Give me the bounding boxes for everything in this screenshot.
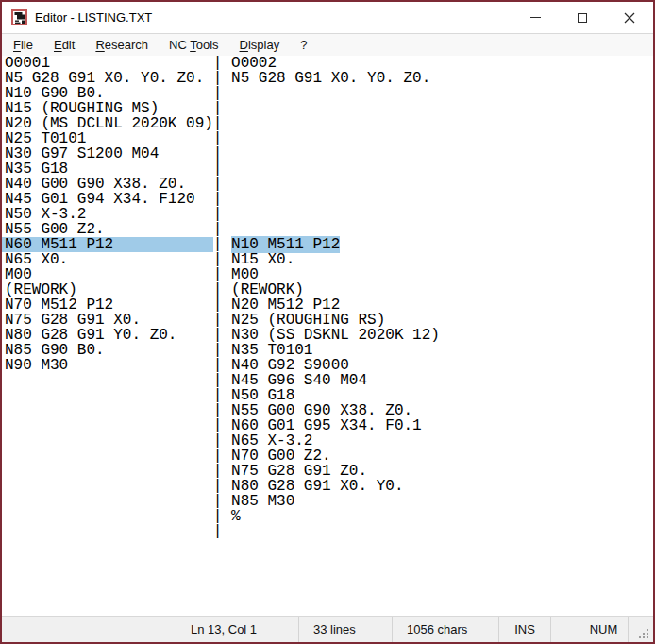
- code-line[interactable]: | N75 G28 G91 Z0.: [2, 464, 653, 479]
- window-title: Editor - LISTING.TXT: [35, 10, 152, 25]
- code-line[interactable]: | N80 G28 G91 X0. Y0.: [2, 479, 653, 494]
- menu-item-research[interactable]: Research: [85, 36, 159, 55]
- code-left-column: N80 G28 G91 Y0. Z0.: [5, 328, 213, 343]
- code-left-column: N10 G90 B0.: [5, 86, 213, 101]
- app-document-icon: [11, 9, 27, 25]
- menu-item-nc-tools[interactable]: NC Tools: [159, 36, 229, 55]
- code-left-column: N5 G28 G91 X0. Y0. Z0.: [5, 71, 213, 86]
- code-line[interactable]: N45 G01 G94 X34. F120 |: [2, 192, 653, 207]
- title-bar[interactable]: Editor - LISTING.TXT: [2, 2, 653, 34]
- code-left-column: N60 M511 P12: [5, 237, 213, 252]
- code-left-column: N75 G28 G91 X0.: [5, 313, 213, 328]
- code-line[interactable]: N25 T0101 |: [2, 131, 653, 146]
- code-left-column: N40 G00 G90 X38. Z0.: [5, 177, 213, 192]
- maximize-icon: [578, 13, 587, 23]
- code-left-column: [5, 403, 213, 418]
- code-line[interactable]: N30 G97 S1200 M04 |: [2, 146, 653, 161]
- code-left-column: [5, 449, 213, 464]
- code-right-column: N5 G28 G91 X0. Y0. Z0.: [231, 70, 430, 87]
- menu-item-edit[interactable]: Edit: [43, 36, 85, 55]
- code-left-column: N55 G00 Z2.: [5, 222, 213, 237]
- code-line[interactable]: N90 M30 | N40 G92 S9000: [2, 358, 653, 373]
- status-cursor-position: Ln 13, Col 1: [176, 617, 298, 642]
- code-left-column: [5, 479, 213, 494]
- code-line[interactable]: | N55 G00 G90 X38. Z0.: [2, 403, 653, 418]
- code-left-column: (REWORK): [5, 282, 213, 297]
- status-insert-mode: INS: [498, 617, 550, 642]
- resize-grip[interactable]: [628, 617, 653, 642]
- close-button[interactable]: [606, 2, 653, 33]
- status-numlock: NUM: [579, 617, 628, 642]
- code-left-column: N25 T0101: [5, 131, 213, 146]
- window-controls: [512, 2, 653, 33]
- close-icon: [624, 12, 635, 24]
- code-left-column: N50 X-3.2: [5, 207, 213, 222]
- code-line[interactable]: | N45 G96 S40 M04: [2, 373, 653, 388]
- code-line[interactable]: | N70 G00 Z2.: [2, 449, 653, 464]
- maximize-button[interactable]: [559, 2, 606, 33]
- menu-bar: FileEditResearchNC ToolsDisplay?: [2, 34, 653, 56]
- code-line[interactable]: N40 G00 G90 X38. Z0. |: [2, 177, 653, 192]
- code-left-column: [5, 524, 213, 539]
- code-left-column: N65 X0.: [5, 252, 213, 267]
- code-line[interactable]: N35 G18 |: [2, 161, 653, 177]
- editor-text-area[interactable]: O0001 | O0002N5 G28 G91 X0. Y0. Z0. | N5…: [2, 56, 653, 616]
- code-line[interactable]: N10 G90 B0. |: [2, 86, 653, 101]
- code-line[interactable]: N55 G00 Z2. |: [2, 222, 653, 237]
- code-line[interactable]: | %: [2, 509, 653, 524]
- code-left-column: [5, 388, 213, 403]
- code-left-column: N20 (MS DCLNL 2020K 09): [5, 116, 213, 131]
- code-line[interactable]: | N50 G18: [2, 388, 653, 403]
- code-line[interactable]: N50 X-3.2 |: [2, 207, 653, 222]
- code-left-column: [5, 509, 213, 524]
- code-line[interactable]: N15 (ROUGHING MS) |: [2, 101, 653, 116]
- code-left-column: N45 G01 G94 X34. F120: [5, 192, 213, 207]
- code-left-column: N85 G90 B0.: [5, 343, 213, 358]
- code-left-column: N90 M30: [5, 358, 213, 373]
- code-left-column: [5, 418, 213, 433]
- code-line[interactable]: N75 G28 G91 X0. | N25 (ROUGHING RS): [2, 313, 653, 328]
- code-line[interactable]: | N85 M30: [2, 494, 653, 509]
- column-separator: |: [213, 523, 223, 540]
- minimize-icon: [530, 17, 541, 18]
- status-bar: Ln 13, Col 1 33 lines 1056 chars INS NUM: [2, 616, 653, 642]
- code-left-column: N35 G18: [5, 161, 213, 177]
- menu-item-file[interactable]: File: [3, 36, 43, 55]
- code-right-column: %: [231, 508, 241, 525]
- status-spacer: [2, 617, 176, 642]
- code-left-column: N15 (ROUGHING MS): [5, 101, 213, 116]
- code-line[interactable]: N70 M512 P12 | N20 M512 P12: [2, 297, 653, 313]
- code-line[interactable]: O0001 | O0002: [2, 56, 653, 71]
- code-line[interactable]: | N65 X-3.2: [2, 433, 653, 449]
- code-left-column: [5, 433, 213, 449]
- code-left-column: M00: [5, 267, 213, 282]
- editor-window: Editor - LISTING.TXT FileEditResearchNC …: [0, 0, 655, 644]
- code-left-column: [5, 373, 213, 388]
- code-left-column: O0001: [5, 56, 213, 71]
- code-left-column: N70 M512 P12: [5, 297, 213, 313]
- code-left-column: [5, 494, 213, 509]
- status-empty-section: [550, 617, 579, 642]
- code-line[interactable]: M00 | M00: [2, 267, 653, 282]
- code-line[interactable]: N5 G28 G91 X0. Y0. Z0. | N5 G28 G91 X0. …: [2, 71, 653, 86]
- code-right-column: N85 M30: [231, 493, 294, 510]
- code-line[interactable]: N85 G90 B0. | N35 T0101: [2, 343, 653, 358]
- code-line[interactable]: (REWORK) | (REWORK): [2, 282, 653, 297]
- code-line[interactable]: N20 (MS DCLNL 2020K 09)|: [2, 116, 653, 131]
- code-left-column: [5, 464, 213, 479]
- code-left-column: N30 G97 S1200 M04: [5, 146, 213, 161]
- menu-item-display[interactable]: Display: [229, 36, 291, 55]
- code-line[interactable]: N80 G28 G91 Y0. Z0. | N30 (SS DSKNL 2020…: [2, 328, 653, 343]
- code-line-highlighted[interactable]: N60 M511 P12 | N10 M511 P12: [2, 237, 653, 252]
- resize-grip-icon: [639, 629, 648, 638]
- status-line-count: 33 lines: [298, 617, 392, 642]
- code-line[interactable]: N65 X0. | N15 X0.: [2, 252, 653, 267]
- status-char-count: 1056 chars: [392, 617, 498, 642]
- minimize-button[interactable]: [512, 2, 559, 33]
- code-line[interactable]: |: [2, 524, 653, 539]
- code-line[interactable]: | N60 G01 G95 X34. F0.1: [2, 418, 653, 433]
- menu-item-?[interactable]: ?: [290, 36, 317, 55]
